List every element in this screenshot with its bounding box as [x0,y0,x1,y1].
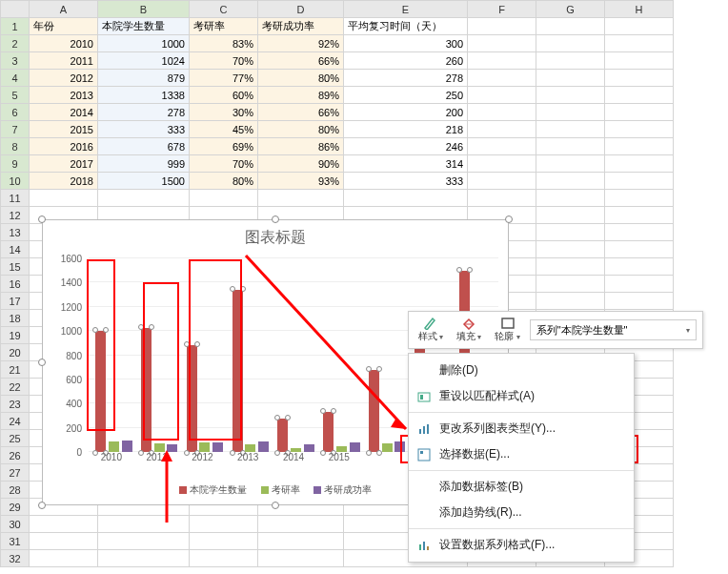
bar-考研成功率-2015[interactable] [350,442,360,452]
cell-A1[interactable]: 年份 [30,18,98,35]
bar-考研成功率-2012[interactable] [212,442,223,452]
chart-handle[interactable] [38,215,46,223]
cell-E1[interactable]: 平均复习时间（天） [344,18,468,35]
cell-F4[interactable] [468,70,536,87]
cell-D6[interactable]: 66% [258,104,344,121]
cell-G15[interactable] [536,258,605,276]
bar-考研率-2016[interactable] [382,443,393,452]
cell-H8[interactable] [605,138,674,155]
outline-button[interactable]: 轮廓 ▾ [491,315,523,345]
row-header-3[interactable]: 3 [1,52,30,70]
cell-C2[interactable]: 83% [190,35,258,52]
cell-D11[interactable] [258,190,344,207]
row-header-13[interactable]: 13 [1,224,30,241]
row-header-29[interactable]: 29 [1,499,30,516]
cell-B11[interactable] [98,190,190,207]
cell-G5[interactable] [536,87,605,104]
cell-D4[interactable]: 80% [258,70,344,87]
cell-G10[interactable] [536,173,605,190]
cell-C1[interactable]: 考研率 [190,18,258,35]
cell-D31[interactable] [258,533,344,550]
cell-H14[interactable] [605,241,674,258]
cell-E4[interactable]: 278 [344,70,468,87]
bar-本院学生数量-2015[interactable] [323,412,334,452]
cell-A7[interactable]: 2015 [30,121,98,138]
cell-G1[interactable] [536,18,605,35]
row-header-4[interactable]: 4 [1,70,30,87]
cell-B9[interactable]: 999 [98,155,190,173]
bar-本院学生数量-2012[interactable] [187,345,197,452]
row-header-7[interactable]: 7 [1,121,30,138]
col-header-G[interactable]: G [536,1,605,18]
chart-title[interactable]: 图表标题 [43,220,508,256]
col-header-C[interactable]: C [190,1,258,18]
cell-G13[interactable] [536,224,605,241]
cell-C31[interactable] [190,533,258,550]
ctx-select-data[interactable]: 选择数据(E)... [409,441,634,467]
col-header-A[interactable]: A [30,1,98,18]
cell-H11[interactable] [605,190,674,207]
cell-B31[interactable] [98,533,190,550]
row-header-6[interactable]: 6 [1,104,30,121]
cell-D32[interactable] [258,550,344,567]
col-header-H[interactable]: H [605,1,674,18]
cell-F3[interactable] [468,52,536,70]
cell-E6[interactable]: 200 [344,104,468,121]
bar-本院学生数量-2016[interactable] [369,370,379,452]
row-header-8[interactable]: 8 [1,138,30,155]
cell-H1[interactable] [605,18,674,35]
cell-F9[interactable] [468,155,536,173]
row-header-30[interactable]: 30 [1,516,30,533]
cell-D3[interactable]: 66% [258,52,344,70]
chart-handle[interactable] [272,215,279,223]
bar-考研成功率-2011[interactable] [167,444,177,452]
cell-E8[interactable]: 246 [344,138,468,155]
row-header-22[interactable]: 22 [1,379,30,396]
cell-D8[interactable]: 86% [258,138,344,155]
cell-C6[interactable]: 30% [190,104,258,121]
cell-H12[interactable] [605,207,674,224]
cell-B4[interactable]: 879 [98,70,190,87]
cell-B5[interactable]: 1338 [98,87,190,104]
row-header-5[interactable]: 5 [1,87,30,104]
cell-E10[interactable]: 333 [344,173,468,190]
col-header-F[interactable]: F [468,1,536,18]
col-header-D[interactable]: D [258,1,344,18]
ctx-add-data-labels[interactable]: 添加数据标签(B) [409,474,634,500]
cell-G9[interactable] [536,155,605,173]
cell-G14[interactable] [536,241,605,258]
cell-D2[interactable]: 92% [258,35,344,52]
cell-G6[interactable] [536,104,605,121]
cell-A4[interactable]: 2012 [30,70,98,87]
cell-C30[interactable] [190,516,258,533]
cell-E7[interactable]: 218 [344,121,468,138]
cell-D30[interactable] [258,516,344,533]
cell-F11[interactable] [468,190,536,207]
cell-B6[interactable]: 278 [98,104,190,121]
cell-G12[interactable] [536,207,605,224]
cell-E11[interactable] [344,190,468,207]
cell-E9[interactable]: 314 [344,155,468,173]
row-header-26[interactable]: 26 [1,447,30,464]
cell-F8[interactable] [468,138,536,155]
bar-考研成功率-2010[interactable] [122,441,132,452]
bar-考研率-2010[interactable] [109,441,119,452]
bar-考研率-2011[interactable] [154,443,165,452]
cell-G16[interactable] [536,276,605,293]
cell-H2[interactable] [605,35,674,52]
row-header-20[interactable]: 20 [1,344,30,361]
cell-C9[interactable]: 70% [190,155,258,173]
cell-H10[interactable] [605,173,674,190]
cell-B8[interactable]: 678 [98,138,190,155]
row-header-21[interactable]: 21 [1,361,30,379]
cell-B10[interactable]: 1500 [98,173,190,190]
cell-C3[interactable]: 70% [190,52,258,70]
cell-H4[interactable] [605,70,674,87]
cell-H15[interactable] [605,258,674,276]
ctx-reset-style[interactable]: 重设以匹配样式(A) [409,383,634,409]
bar-考研成功率-2013[interactable] [258,441,269,452]
cell-G11[interactable] [536,190,605,207]
row-header-25[interactable]: 25 [1,430,30,447]
cell-C32[interactable] [190,550,258,567]
cell-D1[interactable]: 考研成功率 [258,18,344,35]
